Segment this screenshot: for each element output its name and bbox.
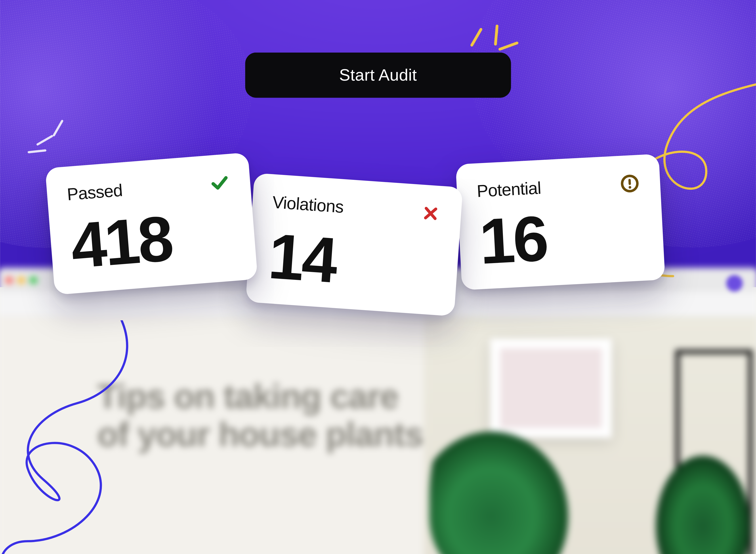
stage: Tips on taking care of your house plants… xyxy=(0,0,756,554)
plant-small xyxy=(648,410,756,554)
stat-card-passed: Passed 418 xyxy=(45,152,258,295)
start-audit-button[interactable]: Start Audit xyxy=(245,53,511,98)
x-icon xyxy=(419,202,442,225)
stat-value-potential: 16 xyxy=(478,201,645,274)
browser-content: Tips on taking care of your house plants xyxy=(0,317,756,554)
stat-card-violations: Violations 14 xyxy=(246,173,463,316)
svg-rect-1 xyxy=(628,179,631,185)
extension-badge xyxy=(726,275,743,291)
page-hero-image-area xyxy=(423,317,756,554)
svg-point-2 xyxy=(628,186,631,189)
stat-label-passed: Passed xyxy=(66,180,123,205)
plant-large xyxy=(429,377,584,554)
stat-card-potential: Potential 16 xyxy=(456,154,665,290)
stat-label-violations: Violations xyxy=(272,192,344,217)
page-hero-text-area: Tips on taking care of your house plants xyxy=(0,317,423,554)
alert-icon xyxy=(619,172,641,195)
check-icon xyxy=(208,172,231,194)
window-minimize-dot xyxy=(18,276,25,284)
stat-value-violations: 14 xyxy=(266,224,440,299)
stat-label-potential: Potential xyxy=(476,178,542,202)
window-close-dot xyxy=(5,276,13,284)
accent-ticks-white xyxy=(28,127,72,166)
page-headline: Tips on taking care of your house plants xyxy=(97,377,423,454)
stat-value-passed: 418 xyxy=(68,201,237,278)
window-zoom-dot xyxy=(30,276,37,284)
